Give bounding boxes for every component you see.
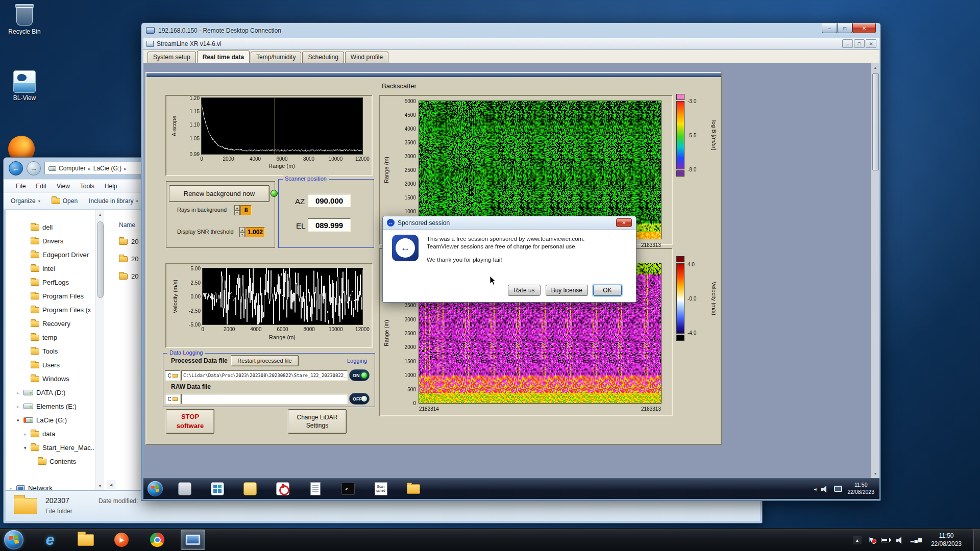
remote-start-button[interactable]: [148, 481, 163, 496]
browse-folder-icon[interactable]: [173, 397, 178, 401]
rdp-titlebar[interactable]: 192.168.0.150 - Remote Desktop Connectio…: [141, 23, 880, 38]
network-icon[interactable]: ▂▄▆: [911, 537, 922, 542]
background-led[interactable]: [271, 190, 278, 197]
taskbar-windows-explorer[interactable]: [74, 530, 98, 550]
desktop-icon-bl-view[interactable]: BL-View: [2, 70, 47, 102]
snr-value[interactable]: 1.002: [246, 227, 265, 237]
change-lidar-settings-button[interactable]: Change LiDAR Settings: [288, 409, 347, 434]
tree-item-edgeport-driver[interactable]: Edgeport Driver: [7, 248, 95, 262]
remote-taskbar-scan-scheduler[interactable]: Scan sched: [373, 481, 388, 496]
stop-software-button[interactable]: STOP software: [166, 409, 214, 434]
file-list-item[interactable]: 20: [119, 238, 138, 245]
scroll-down-icon[interactable]: ▼: [871, 469, 879, 478]
remote-taskbar-console[interactable]: >_: [340, 481, 356, 496]
tree-scrollbar[interactable]: ▲ ▼: [95, 210, 104, 490]
velocity-plot-canvas[interactable]: [203, 268, 362, 324]
start-button[interactable]: [4, 530, 23, 549]
processed-path-input[interactable]: C:\Lidar\Data\Proc\2023\202308\20230822\…: [181, 370, 348, 381]
processed-logging-toggle[interactable]: ON: [349, 369, 370, 381]
tab-system-setup[interactable]: System setup: [148, 52, 196, 63]
scrollbar-thumb[interactable]: [872, 73, 879, 170]
remote-taskbar-power-app[interactable]: [275, 481, 290, 496]
action-center-icon[interactable]: ⚑: [868, 536, 874, 544]
scrollbar-thumb[interactable]: [97, 221, 104, 298]
app-titlebar[interactable]: StreamLine XR v14-6.vi – □ ✕: [143, 38, 879, 50]
organize-button[interactable]: Organize▾: [11, 197, 40, 205]
scroll-down-icon[interactable]: ▼: [96, 482, 104, 490]
tree-item-drivers[interactable]: Drivers: [7, 234, 95, 248]
tree-item-network[interactable]: ▸Network: [7, 481, 95, 490]
scroll-up-icon[interactable]: ▲: [871, 63, 879, 72]
raw-path-input[interactable]: [181, 394, 348, 404]
ok-button[interactable]: OK: [593, 285, 622, 296]
remote-volume-icon[interactable]: [821, 486, 829, 492]
restart-processed-file-button[interactable]: Restart processed file: [231, 355, 299, 366]
open-button[interactable]: Open: [52, 197, 78, 205]
tree-item-dell[interactable]: dell: [7, 220, 95, 234]
tree-item-data[interactable]: ▸data: [7, 427, 95, 441]
renew-background-button[interactable]: Renew background now: [169, 185, 270, 202]
expand-arrow-icon[interactable]: ▸: [17, 390, 23, 395]
menu-view[interactable]: View: [52, 183, 75, 190]
breadcrumb-computer[interactable]: Computer: [59, 165, 86, 172]
remote-display-icon[interactable]: [834, 486, 842, 492]
rays-stepper[interactable]: ▲▼: [234, 205, 240, 215]
tree-item-program-files-x[interactable]: Program Files (x: [7, 303, 95, 317]
scroll-up-icon[interactable]: ▲: [96, 210, 104, 219]
dialog-close-button[interactable]: ✕: [616, 218, 632, 227]
expand-arrow-icon[interactable]: ▾: [24, 445, 31, 450]
expand-arrow-icon[interactable]: ▸: [10, 486, 16, 491]
volume-icon[interactable]: [896, 537, 904, 543]
app-vertical-scrollbar[interactable]: ▲ ▼: [871, 63, 879, 478]
desktop-icon-recycle-bin[interactable]: Recycle Bin: [2, 3, 47, 35]
tree-item-perflogs[interactable]: PerfLogs: [7, 276, 95, 289]
horizontal-scroll-button[interactable]: ◀: [107, 481, 115, 489]
remote-taskbar-folder[interactable]: [406, 481, 421, 496]
menu-help[interactable]: Help: [100, 183, 122, 190]
dialog-titlebar[interactable]: ↔ Sponsored session ✕: [383, 216, 636, 230]
taskbar-media-player[interactable]: ▶: [109, 530, 134, 550]
file-list-item[interactable]: 20: [119, 272, 138, 280]
show-hidden-icons-button[interactable]: ▴: [853, 536, 862, 544]
tree-item-temp[interactable]: temp: [7, 331, 95, 344]
tree-item-intel[interactable]: Intel: [7, 262, 95, 276]
menu-file[interactable]: File: [11, 183, 31, 190]
velocity-colorbar[interactable]: [676, 263, 684, 334]
tree-item-contents[interactable]: Contents: [7, 455, 95, 468]
raw-drive-box[interactable]: C: [165, 394, 180, 404]
expand-arrow-icon[interactable]: ▸: [17, 404, 23, 409]
taskbar-clock[interactable]: 11:50 22/08/2023: [931, 532, 962, 548]
taskbar-remote-desktop[interactable]: [181, 530, 205, 550]
taskbar-internet-explorer[interactable]: e: [38, 530, 62, 550]
expand-arrow-icon[interactable]: ▾: [17, 418, 23, 423]
power-icon[interactable]: [881, 538, 890, 542]
tree-item-data-d[interactable]: ▸DATA (D:): [7, 386, 95, 399]
file-list-item[interactable]: 20: [119, 255, 138, 263]
tab-real-time-data[interactable]: Real time data: [197, 51, 250, 63]
include-in-library-button[interactable]: Include in library▾: [89, 197, 138, 205]
menu-edit[interactable]: Edit: [31, 183, 52, 190]
remote-taskbar-app-grid[interactable]: [210, 481, 225, 496]
tab-temp-humidity[interactable]: Temp/humidity: [251, 52, 301, 63]
rate-us-button[interactable]: Rate us: [508, 285, 540, 296]
menu-tools[interactable]: Tools: [75, 183, 100, 190]
tree-item-program-files[interactable]: Program Files: [7, 289, 95, 303]
processed-drive-box[interactable]: C: [165, 370, 180, 381]
remote-taskbar-app-yellow[interactable]: [242, 481, 258, 496]
breadcrumb-drive[interactable]: LaCie (G:): [93, 165, 121, 172]
show-desktop-button[interactable]: [973, 529, 980, 551]
app-restore-button[interactable]: □: [854, 39, 865, 48]
snr-stepper[interactable]: ▲▼: [239, 227, 245, 237]
minimize-button[interactable]: –: [822, 23, 837, 33]
backscatter-colorbar[interactable]: [676, 101, 684, 169]
maximize-button[interactable]: □: [837, 23, 852, 33]
expand-arrow-icon[interactable]: ▸: [24, 432, 31, 437]
remote-clock[interactable]: 11:50 22/08/2023: [847, 482, 874, 495]
tree-item-recovery[interactable]: Recovery: [7, 317, 95, 331]
tree-item-users[interactable]: Users: [7, 358, 95, 372]
tree-item-elements-e[interactable]: ▸Elements (E:): [7, 399, 95, 413]
tree-item-lacie-g[interactable]: ▾LaCie (G:): [7, 413, 95, 427]
tree-item-windows[interactable]: Windows: [7, 372, 95, 386]
remote-taskbar-app-gray[interactable]: [177, 481, 192, 496]
tree-item-start-here-mac[interactable]: ▾Start_Here_Mac..: [7, 441, 95, 455]
